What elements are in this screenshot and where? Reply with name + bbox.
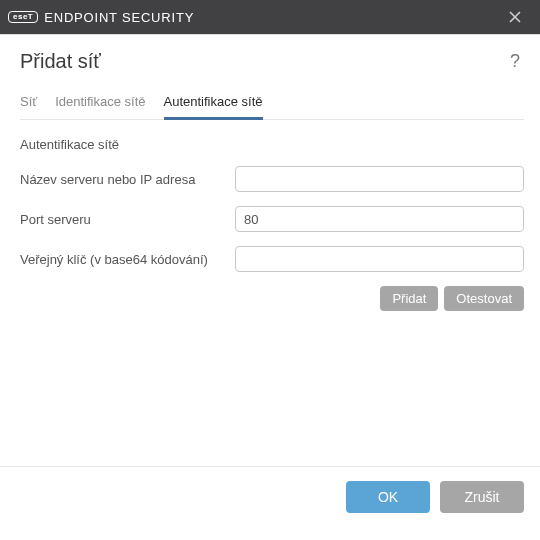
dialog-footer: OK Zrušit (0, 467, 540, 527)
section-heading: Autentifikace sítě (20, 137, 524, 152)
test-button[interactable]: Otestovat (444, 286, 524, 311)
brand-text: ENDPOINT SECURITY (44, 10, 194, 25)
label-port: Port serveru (20, 212, 235, 227)
tab-network[interactable]: Síť (20, 90, 37, 119)
add-button[interactable]: Přidat (380, 286, 438, 311)
tab-authentication[interactable]: Autentifikace sítě (164, 90, 263, 119)
page-title: Přidat síť (20, 50, 506, 73)
close-icon[interactable] (498, 0, 532, 34)
help-icon[interactable]: ? (506, 49, 524, 74)
input-public-key[interactable] (235, 246, 524, 272)
input-server[interactable] (235, 166, 524, 192)
brand: eseT ENDPOINT SECURITY (8, 10, 194, 25)
label-server: Název serveru nebo IP adresa (20, 172, 235, 187)
panel-authentication: Autentifikace sítě Název serveru nebo IP… (20, 136, 524, 458)
ok-button[interactable]: OK (346, 481, 430, 513)
tab-identification[interactable]: Identifikace sítě (55, 90, 145, 119)
input-port[interactable] (235, 206, 524, 232)
label-public-key: Veřejný klíč (v base64 kódování) (20, 252, 235, 267)
titlebar: eseT ENDPOINT SECURITY (0, 0, 540, 34)
tabs: Síť Identifikace sítě Autentifikace sítě (20, 90, 524, 120)
cancel-button[interactable]: Zrušit (440, 481, 524, 513)
brand-badge: eseT (8, 11, 38, 23)
